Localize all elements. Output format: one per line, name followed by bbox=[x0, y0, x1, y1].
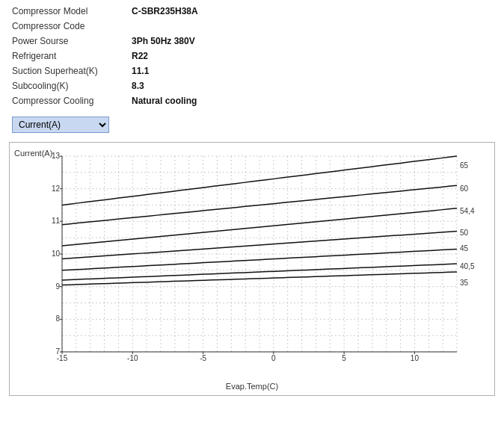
row-model: Compressor Model C-SBR235H38A bbox=[12, 6, 492, 19]
value-superheat: 11.1 bbox=[132, 66, 149, 76]
value-cooling: Natural cooling bbox=[132, 96, 197, 106]
label-power: Power Sourse bbox=[12, 36, 132, 46]
dropdown-row: Current(A) Power(kW) COP Capacity(kW) bbox=[0, 114, 504, 139]
value-subcooling: 8.3 bbox=[132, 81, 144, 91]
row-subcooling: Subcooling(K) 8.3 bbox=[12, 81, 492, 94]
info-table: Compressor Model C-SBR235H38A Compressor… bbox=[0, 0, 504, 114]
chart-x-label: Evap.Temp(C) bbox=[226, 382, 278, 391]
row-power: Power Sourse 3Ph 50Hz 380V bbox=[12, 36, 492, 49]
chart-canvas bbox=[40, 150, 487, 373]
label-cooling: Compressor Cooling bbox=[12, 96, 132, 106]
value-model: C-SBR235H38A bbox=[132, 6, 198, 16]
label-model: Compressor Model bbox=[12, 6, 132, 16]
label-refrigerant: Refrigerant bbox=[12, 51, 132, 61]
label-superheat: Suction Superheat(K) bbox=[12, 66, 132, 76]
value-refrigerant: R22 bbox=[132, 51, 148, 61]
value-power: 3Ph 50Hz 380V bbox=[132, 36, 195, 46]
chart-container: Current(A) Evap.Temp(C) bbox=[9, 142, 495, 396]
label-code: Compressor Code bbox=[12, 21, 132, 31]
label-subcooling: Subcooling(K) bbox=[12, 81, 132, 91]
row-code: Compressor Code bbox=[12, 21, 492, 34]
row-refrigerant: Refrigerant R22 bbox=[12, 51, 492, 64]
row-superheat: Suction Superheat(K) 11.1 bbox=[12, 66, 492, 79]
chart-area bbox=[40, 150, 487, 373]
chart-type-dropdown[interactable]: Current(A) Power(kW) COP Capacity(kW) bbox=[12, 117, 109, 133]
row-cooling: Compressor Cooling Natural cooling bbox=[12, 96, 492, 109]
